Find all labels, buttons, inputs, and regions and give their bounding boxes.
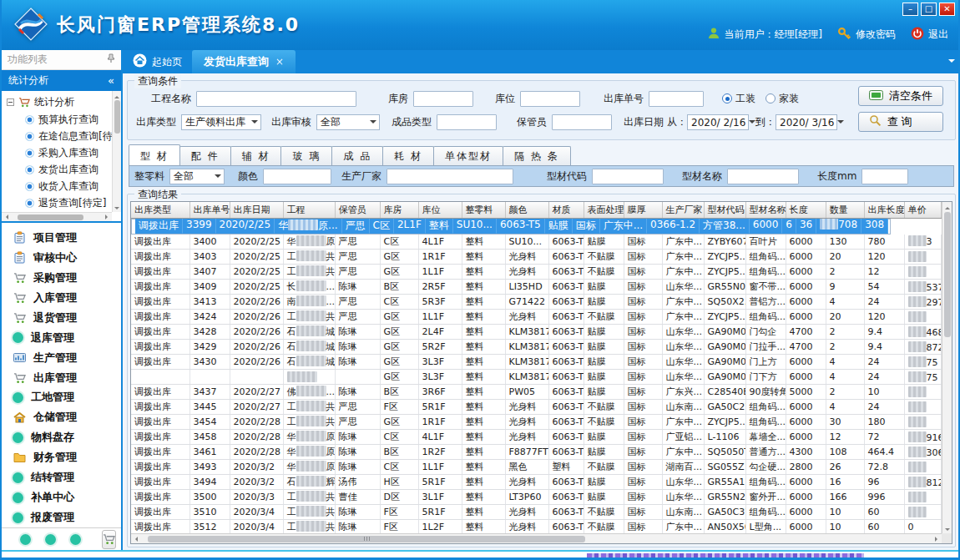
column-header[interactable]: 型材代码 xyxy=(704,202,745,218)
scroll-right-arrow-icon[interactable] xyxy=(105,214,110,219)
grid-vscroll-thumb[interactable] xyxy=(944,212,951,337)
profile-name-input[interactable] xyxy=(727,169,799,184)
table-row[interactable]: 调拨出库34302020/2/26石城陈琳G区3L3F整料KLM38176063… xyxy=(131,355,942,370)
tab-active[interactable]: 发货出库查询 × xyxy=(192,50,296,73)
table-row[interactable]: 调拨出库34932020/3/2华原...陈琳C区1L1F整料黑色塑料不贴膜国标… xyxy=(131,460,942,475)
tree-vertical-scrollbar[interactable] xyxy=(112,91,121,212)
table-row[interactable]: 调拨出库34032020/2/25工共工程严思G区1R1F整料光身料6063-T… xyxy=(131,250,942,265)
sidebar-item-carryover[interactable]: 结转管理 xyxy=(2,467,121,487)
tree-item[interactable]: 预算执行查询 xyxy=(7,111,112,128)
column-header[interactable]: 型材名称 xyxy=(745,202,786,218)
tree-root[interactable]: 统计分析 xyxy=(7,93,112,111)
column-header[interactable]: 材质 xyxy=(548,202,584,218)
search-button[interactable]: 查 询 xyxy=(858,112,943,132)
radio-option[interactable]: 家装 xyxy=(765,92,799,106)
audit-select[interactable]: 全部 xyxy=(316,114,380,130)
length-input[interactable] xyxy=(861,169,908,184)
sidebar-item-returns[interactable]: 退货管理 xyxy=(2,308,121,328)
table-row[interactable]: 调拨出库35122020/3/4工共工程陈琳F区1L2F整料光身料6063-T5… xyxy=(131,520,942,534)
sidebar-item-site[interactable]: 工地管理 xyxy=(2,388,121,408)
sidebar-item-inbound[interactable]: 入库管理 xyxy=(2,288,121,308)
tree-item[interactable]: 发货出库查询 xyxy=(7,161,112,178)
table-row[interactable]: G区3L3F整料KLM38176063-T5贴膜国标山东华...GA90M09.… xyxy=(131,370,942,385)
material-tab-5[interactable]: 成 品 xyxy=(331,146,383,165)
column-header[interactable]: 颜色 xyxy=(505,202,548,218)
table-row[interactable]: 调拨出库34452020/2/27工共工程严思F区5R1F整料光身料6063-T… xyxy=(131,400,942,415)
grid-hscroll-thumb[interactable] xyxy=(148,536,585,542)
material-tab-8[interactable]: 隔 热 条 xyxy=(503,146,571,165)
column-header[interactable]: 库位 xyxy=(418,202,462,218)
table-row[interactable]: 调拨出库34242020/2/26工共工程严思G区1L1F整料光身料6063-T… xyxy=(131,310,942,325)
section-header[interactable]: 统计分析 « xyxy=(2,70,121,91)
tab-close-icon[interactable]: × xyxy=(275,56,284,68)
scroll-right-arrow-icon[interactable] xyxy=(935,537,940,542)
material-tab-4[interactable]: 玻 璃 xyxy=(280,146,332,165)
column-header[interactable]: 单价 xyxy=(904,202,941,218)
material-tab-7[interactable]: 单体型材 xyxy=(433,146,503,165)
sidebar-item-finance[interactable]: 财务管理 xyxy=(2,447,121,467)
warehouse-input[interactable] xyxy=(413,91,473,107)
table-row[interactable]: 调拨出库34282020/2/26石城陈琳G区2L4F整料KLM38176063… xyxy=(131,325,942,340)
tree-item[interactable]: 退货查询[待定] xyxy=(7,194,112,211)
keeper-input[interactable] xyxy=(552,114,612,130)
column-header[interactable]: 生产厂家 xyxy=(662,202,704,218)
scroll-left-arrow-icon[interactable] xyxy=(3,214,8,219)
close-button[interactable]: ✕ xyxy=(939,3,955,16)
tree-item[interactable]: 收货入库查询 xyxy=(7,178,112,194)
table-row[interactable]: 调拨出库34612020/2/28华原...陈琳B区1R2F整料F8877FT6… xyxy=(131,445,942,460)
sidebar-item-project[interactable]: 项目管理 xyxy=(2,228,121,248)
sidebar-item-inventory[interactable]: 物料盘存 xyxy=(2,427,121,447)
tree-item[interactable]: 在途信息查询[待 xyxy=(7,128,112,144)
column-header[interactable]: 库房 xyxy=(380,202,418,218)
column-header[interactable]: 工程 xyxy=(283,202,335,218)
project-name-input[interactable] xyxy=(196,91,356,107)
column-header[interactable]: 整零料 xyxy=(462,202,505,218)
column-header[interactable]: 出库单号 xyxy=(189,202,230,218)
tree-horizontal-scrollbar[interactable] xyxy=(2,212,112,221)
out-type-select[interactable]: 生产领料出库 xyxy=(181,114,261,130)
footer-dot-icon[interactable] xyxy=(45,534,56,545)
sidebar-item-supplement[interactable]: 补单中心 xyxy=(2,487,121,507)
table-row[interactable]: 调拨出库34292020/2/26石城陈琳G区5R2F整料KLM38176063… xyxy=(131,340,942,355)
material-tab-3[interactable]: 辅 材 xyxy=(230,146,282,165)
color-input[interactable] xyxy=(263,169,331,184)
order-no-input[interactable] xyxy=(649,91,704,107)
change-password-button[interactable]: 修改密码 xyxy=(837,27,896,43)
scroll-up-arrow-icon[interactable] xyxy=(945,204,950,209)
column-header[interactable]: 长度 xyxy=(786,202,826,218)
profile-code-input[interactable] xyxy=(592,169,664,184)
minimize-button[interactable]: – xyxy=(902,3,918,16)
tree-expander-icon[interactable] xyxy=(7,98,14,106)
table-row[interactable]: 调拨出库34372020/2/27佛...陈琳B区3R6F整料PW056063-… xyxy=(131,385,942,400)
column-header[interactable]: 出库长度 xyxy=(864,202,904,218)
tab-home[interactable]: 起始页 xyxy=(123,50,192,73)
tree-item[interactable]: 采购入库查询 xyxy=(7,144,112,161)
column-header[interactable]: 数量 xyxy=(826,202,864,218)
pin-icon[interactable] xyxy=(107,53,115,66)
footer-dot-icon[interactable] xyxy=(20,534,31,545)
grid-vertical-scrollbar[interactable] xyxy=(942,202,952,533)
column-header[interactable]: 出库类型 xyxy=(131,202,189,218)
sidebar-item-scrap[interactable]: 报废管理 xyxy=(2,507,121,527)
table-row[interactable]: 调拨出库35102020/3/4工共工程陈琳F区5R1F整料光身料6063-T5… xyxy=(131,505,942,520)
sidebar-item-purchase[interactable]: 采购管理 xyxy=(2,268,121,288)
material-tab-2[interactable]: 配 件 xyxy=(179,146,231,165)
column-header[interactable]: 出库日期 xyxy=(230,202,283,218)
table-row[interactable]: 调拨出库34942020/3/2石辉城汤伟H区5R1F整料光身料6063-T5贴… xyxy=(131,475,942,490)
footer-dot-icon[interactable] xyxy=(70,534,81,545)
column-header[interactable]: 保管员 xyxy=(335,202,380,218)
tree-vscroll-thumb[interactable] xyxy=(114,100,120,134)
table-row[interactable]: 调拨出库34002020/2/25华原...严思C区4L1F整料SU10...6… xyxy=(131,235,942,250)
table-row[interactable]: 调拨出库34582020/2/28华原...陈琳C区4L1F整料光身料6063-… xyxy=(131,430,942,445)
table-row[interactable]: 调拨出库34092020/2/25长...陈琳B区2R5F整料LI35HD606… xyxy=(131,280,942,295)
column-header[interactable]: 膜厚 xyxy=(624,202,662,218)
date-to-select[interactable]: 2020/ 3/16 xyxy=(776,114,837,130)
material-tab-1[interactable]: 型 材 xyxy=(129,144,180,165)
table-row[interactable]: 调拨出库35002020/3/3工共工程曹佳D区3L1F整料LT3P606063… xyxy=(131,490,942,505)
sidebar-item-return-store[interactable]: 退库管理 xyxy=(2,328,121,348)
column-header[interactable]: 表面处理 xyxy=(584,202,624,218)
table-row[interactable]: 调拨出库34072020/2/25工共工程严思G区1L1F整料光身料6063-T… xyxy=(131,265,942,280)
maximize-button[interactable]: □ xyxy=(921,3,937,16)
manufacturer-input[interactable] xyxy=(387,169,513,184)
table-row[interactable]: 调拨出库33992020/2/25华原...严思C区2L1F整料SU10...6… xyxy=(131,219,891,235)
